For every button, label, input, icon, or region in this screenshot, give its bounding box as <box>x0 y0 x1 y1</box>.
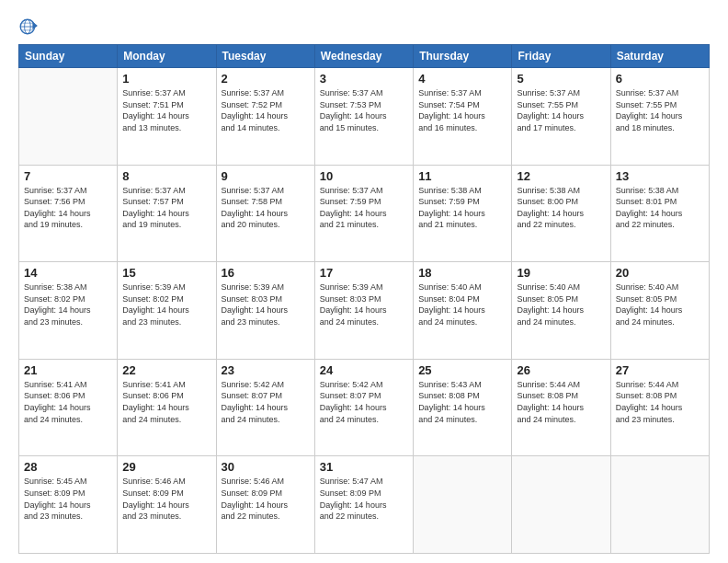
day-info: Sunrise: 5:40 AM Sunset: 8:05 PM Dayligh… <box>517 282 605 327</box>
day-number: 9 <box>222 169 310 183</box>
day-number: 11 <box>418 169 506 183</box>
calendar-cell: 6Sunrise: 5:37 AM Sunset: 7:55 PM Daylig… <box>610 68 709 166</box>
day-number: 5 <box>517 72 605 86</box>
calendar-cell: 21Sunrise: 5:41 AM Sunset: 8:06 PM Dayli… <box>19 359 118 456</box>
day-number: 7 <box>24 169 112 183</box>
calendar-cell: 26Sunrise: 5:44 AM Sunset: 8:08 PM Dayli… <box>512 359 610 456</box>
day-number: 15 <box>122 266 210 280</box>
calendar-cell: 30Sunrise: 5:46 AM Sunset: 8:09 PM Dayli… <box>216 456 314 554</box>
day-info: Sunrise: 5:39 AM Sunset: 8:02 PM Dayligh… <box>122 282 210 327</box>
day-info: Sunrise: 5:40 AM Sunset: 8:05 PM Dayligh… <box>616 282 704 327</box>
calendar-cell: 14Sunrise: 5:38 AM Sunset: 8:02 PM Dayli… <box>19 262 118 360</box>
day-info: Sunrise: 5:37 AM Sunset: 7:59 PM Dayligh… <box>320 185 408 231</box>
day-number: 4 <box>418 72 506 86</box>
calendar-header: SundayMondayTuesdayWednesdayThursdayFrid… <box>19 45 710 68</box>
day-info: Sunrise: 5:38 AM Sunset: 8:00 PM Dayligh… <box>517 185 605 231</box>
day-info: Sunrise: 5:41 AM Sunset: 8:06 PM Dayligh… <box>122 379 210 425</box>
day-info: Sunrise: 5:42 AM Sunset: 8:07 PM Dayligh… <box>222 379 310 425</box>
day-number: 30 <box>222 460 310 474</box>
day-number: 28 <box>24 460 112 474</box>
day-info: Sunrise: 5:37 AM Sunset: 7:55 PM Dayligh… <box>517 87 605 133</box>
day-info: Sunrise: 5:47 AM Sunset: 8:09 PM Dayligh… <box>320 476 408 522</box>
day-info: Sunrise: 5:46 AM Sunset: 8:09 PM Dayligh… <box>122 476 210 522</box>
week-row-4: 21Sunrise: 5:41 AM Sunset: 8:06 PM Dayli… <box>19 359 710 456</box>
calendar-cell: 18Sunrise: 5:40 AM Sunset: 8:04 PM Dayli… <box>414 262 512 360</box>
weekday-saturday: Saturday <box>610 45 709 68</box>
calendar-cell: 11Sunrise: 5:38 AM Sunset: 7:59 PM Dayli… <box>414 165 512 262</box>
day-info: Sunrise: 5:39 AM Sunset: 8:03 PM Dayligh… <box>222 282 310 327</box>
day-info: Sunrise: 5:37 AM Sunset: 7:55 PM Dayligh… <box>616 87 704 133</box>
calendar-cell: 9Sunrise: 5:37 AM Sunset: 7:58 PM Daylig… <box>216 165 314 262</box>
day-info: Sunrise: 5:43 AM Sunset: 8:08 PM Dayligh… <box>418 379 506 425</box>
day-number: 21 <box>24 363 112 377</box>
calendar-body: 1Sunrise: 5:37 AM Sunset: 7:51 PM Daylig… <box>19 68 710 554</box>
weekday-wednesday: Wednesday <box>314 45 413 68</box>
calendar-cell: 8Sunrise: 5:37 AM Sunset: 7:57 PM Daylig… <box>118 165 216 262</box>
calendar-cell: 4Sunrise: 5:37 AM Sunset: 7:54 PM Daylig… <box>414 68 512 166</box>
calendar-cell: 23Sunrise: 5:42 AM Sunset: 8:07 PM Dayli… <box>216 359 314 456</box>
day-number: 31 <box>320 460 408 474</box>
svg-marker-6 <box>32 22 38 30</box>
calendar-cell: 2Sunrise: 5:37 AM Sunset: 7:52 PM Daylig… <box>216 68 314 166</box>
day-info: Sunrise: 5:41 AM Sunset: 8:06 PM Dayligh… <box>24 379 112 425</box>
day-number: 6 <box>616 72 704 86</box>
day-info: Sunrise: 5:38 AM Sunset: 7:59 PM Dayligh… <box>418 185 506 231</box>
day-number: 23 <box>222 363 310 377</box>
calendar-cell: 12Sunrise: 5:38 AM Sunset: 8:00 PM Dayli… <box>512 165 610 262</box>
day-number: 26 <box>517 363 605 377</box>
day-number: 24 <box>320 363 408 377</box>
week-row-1: 1Sunrise: 5:37 AM Sunset: 7:51 PM Daylig… <box>19 68 710 166</box>
calendar-cell: 24Sunrise: 5:42 AM Sunset: 8:07 PM Dayli… <box>314 359 413 456</box>
day-number: 8 <box>122 169 210 183</box>
day-number: 18 <box>418 266 506 280</box>
generalblue-icon <box>18 17 39 37</box>
calendar-cell <box>414 456 512 554</box>
day-number: 19 <box>517 266 605 280</box>
day-info: Sunrise: 5:38 AM Sunset: 8:01 PM Dayligh… <box>616 185 704 231</box>
day-number: 27 <box>616 363 704 377</box>
day-info: Sunrise: 5:38 AM Sunset: 8:02 PM Dayligh… <box>24 282 112 327</box>
header <box>18 17 710 37</box>
logo <box>18 17 42 37</box>
calendar-cell: 28Sunrise: 5:45 AM Sunset: 8:09 PM Dayli… <box>19 456 118 554</box>
page: SundayMondayTuesdayWednesdayThursdayFrid… <box>0 0 728 563</box>
calendar-cell: 16Sunrise: 5:39 AM Sunset: 8:03 PM Dayli… <box>216 262 314 360</box>
day-number: 17 <box>320 266 408 280</box>
calendar-cell: 13Sunrise: 5:38 AM Sunset: 8:01 PM Dayli… <box>610 165 709 262</box>
calendar-cell: 3Sunrise: 5:37 AM Sunset: 7:53 PM Daylig… <box>314 68 413 166</box>
day-info: Sunrise: 5:42 AM Sunset: 8:07 PM Dayligh… <box>320 379 408 425</box>
calendar-cell: 22Sunrise: 5:41 AM Sunset: 8:06 PM Dayli… <box>118 359 216 456</box>
calendar-cell <box>610 456 709 554</box>
day-number: 20 <box>616 266 704 280</box>
day-info: Sunrise: 5:37 AM Sunset: 7:58 PM Dayligh… <box>222 185 310 231</box>
weekday-header-row: SundayMondayTuesdayWednesdayThursdayFrid… <box>19 45 710 68</box>
day-number: 12 <box>517 169 605 183</box>
day-number: 14 <box>24 266 112 280</box>
calendar-cell: 10Sunrise: 5:37 AM Sunset: 7:59 PM Dayli… <box>314 165 413 262</box>
calendar-cell: 5Sunrise: 5:37 AM Sunset: 7:55 PM Daylig… <box>512 68 610 166</box>
day-info: Sunrise: 5:44 AM Sunset: 8:08 PM Dayligh… <box>616 379 704 425</box>
calendar-cell: 29Sunrise: 5:46 AM Sunset: 8:09 PM Dayli… <box>118 456 216 554</box>
calendar-cell <box>512 456 610 554</box>
day-info: Sunrise: 5:39 AM Sunset: 8:03 PM Dayligh… <box>320 282 408 327</box>
calendar-cell: 1Sunrise: 5:37 AM Sunset: 7:51 PM Daylig… <box>118 68 216 166</box>
weekday-sunday: Sunday <box>19 45 118 68</box>
calendar-table: SundayMondayTuesdayWednesdayThursdayFrid… <box>18 44 710 554</box>
day-info: Sunrise: 5:40 AM Sunset: 8:04 PM Dayligh… <box>418 282 506 327</box>
day-info: Sunrise: 5:45 AM Sunset: 8:09 PM Dayligh… <box>24 476 112 522</box>
day-number: 16 <box>222 266 310 280</box>
day-info: Sunrise: 5:37 AM Sunset: 7:57 PM Dayligh… <box>122 185 210 231</box>
weekday-friday: Friday <box>512 45 610 68</box>
calendar-cell: 15Sunrise: 5:39 AM Sunset: 8:02 PM Dayli… <box>118 262 216 360</box>
day-number: 1 <box>122 72 210 86</box>
weekday-thursday: Thursday <box>414 45 512 68</box>
day-info: Sunrise: 5:46 AM Sunset: 8:09 PM Dayligh… <box>222 476 310 522</box>
day-number: 10 <box>320 169 408 183</box>
calendar-cell <box>19 68 118 166</box>
day-info: Sunrise: 5:37 AM Sunset: 7:53 PM Dayligh… <box>320 87 408 133</box>
day-info: Sunrise: 5:37 AM Sunset: 7:52 PM Dayligh… <box>222 87 310 133</box>
day-number: 29 <box>122 460 210 474</box>
week-row-3: 14Sunrise: 5:38 AM Sunset: 8:02 PM Dayli… <box>19 262 710 360</box>
day-info: Sunrise: 5:37 AM Sunset: 7:56 PM Dayligh… <box>24 185 112 231</box>
calendar-cell: 31Sunrise: 5:47 AM Sunset: 8:09 PM Dayli… <box>314 456 413 554</box>
